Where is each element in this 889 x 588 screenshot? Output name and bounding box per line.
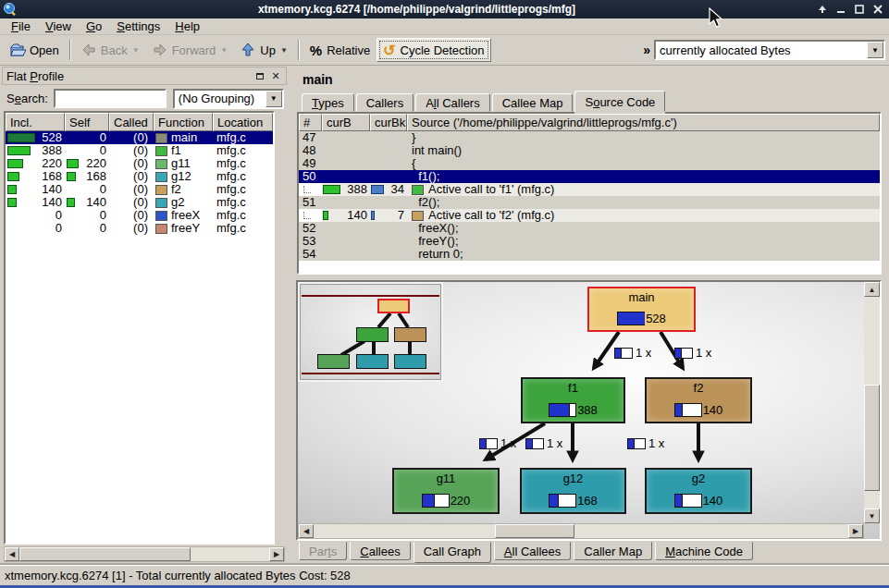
- call-graph-view[interactable]: main 528 f1 388 f2 140 g11 220 g12 168 g…: [296, 280, 882, 541]
- column-header-called[interactable]: Called: [109, 113, 154, 131]
- source-line[interactable]: 47}: [299, 131, 880, 144]
- column-header-incl[interactable]: Incl.: [6, 113, 65, 131]
- scroll-right-icon[interactable]: ▶: [848, 524, 863, 538]
- minimap-node-g12: [356, 354, 389, 369]
- source-line[interactable]: 51 f2();: [299, 196, 880, 209]
- back-dropdown-arrow: ▼: [132, 46, 140, 55]
- tab-caller-map[interactable]: Caller Map: [574, 542, 652, 560]
- graph-node-f1[interactable]: f1 388: [521, 377, 625, 423]
- graph-node-g11[interactable]: g11 220: [392, 468, 500, 514]
- back-button[interactable]: Back ▼: [75, 38, 146, 62]
- column-header-curBk[interactable]: curBk: [370, 114, 407, 131]
- scroll-down-icon[interactable]: ▼: [864, 508, 880, 523]
- graph-node-g2[interactable]: g2 140: [645, 468, 752, 514]
- minimize-button[interactable]: [834, 3, 847, 16]
- table-row-g11[interactable]: 220 220 (0) g11 mfg.c: [6, 157, 273, 170]
- callee-view-tabs: Parts Callees Call Graph All Callees Cal…: [299, 542, 756, 563]
- cycle-detection-button[interactable]: ↺ Cycle Detection: [377, 38, 490, 62]
- forward-button[interactable]: Forward ▼: [146, 38, 235, 62]
- grouping-combobox[interactable]: (No Grouping) ▼: [173, 89, 284, 109]
- table-row-f2[interactable]: 140 0 (0) f2 mfg.c: [6, 183, 273, 196]
- column-header-function[interactable]: Function: [154, 113, 213, 131]
- source-line[interactable]: 54 return 0;: [299, 248, 880, 261]
- scroll-up-icon[interactable]: ▲: [864, 282, 880, 297]
- dock-close-icon[interactable]: ✕: [269, 70, 282, 82]
- relative-toggle-button[interactable]: % Relative: [303, 38, 377, 62]
- tab-types[interactable]: Types: [302, 93, 354, 112]
- tab-source-code[interactable]: Source Code: [574, 91, 665, 112]
- menu-go[interactable]: Go: [79, 18, 109, 34]
- vertical-splitter[interactable]: [289, 67, 296, 566]
- up-arrow-icon: [241, 43, 255, 57]
- graph-node-g12[interactable]: g12 168: [520, 468, 626, 514]
- tab-all-callers[interactable]: All Callers: [415, 93, 490, 112]
- graph-node-f2[interactable]: f2 140: [645, 377, 752, 423]
- scroll-left-icon[interactable]: ◀: [5, 547, 19, 561]
- menu-help[interactable]: Help: [167, 18, 207, 34]
- toolbar-overflow-chevron[interactable]: »: [643, 43, 650, 57]
- up-button[interactable]: Up ▼: [234, 38, 294, 62]
- column-header-source[interactable]: Source ('/home/philippe/valgrind/littlep…: [407, 114, 880, 131]
- source-line[interactable]: 49{: [299, 157, 880, 170]
- graph-overview-minimap[interactable]: [298, 282, 443, 382]
- function-color-swatch: [155, 185, 167, 195]
- table-row-main[interactable]: 528 0 (0) main mfg.c: [6, 131, 273, 144]
- tab-machine-code[interactable]: Machine Code: [655, 542, 753, 560]
- menu-settings[interactable]: Settings: [109, 18, 167, 34]
- combo-dropdown-icon[interactable]: ▼: [867, 42, 883, 58]
- scrollbar-thumb[interactable]: [864, 385, 880, 491]
- function-color-swatch: [155, 159, 167, 169]
- up-dropdown-arrow: ▼: [280, 46, 288, 55]
- shade-button[interactable]: [816, 3, 829, 16]
- menu-file[interactable]: File: [4, 18, 38, 34]
- flat-profile-header: Incl. Self Called Function Location: [6, 113, 273, 131]
- menu-view[interactable]: View: [38, 18, 79, 34]
- scroll-right-icon[interactable]: ▶: [269, 547, 284, 561]
- source-line[interactable]: 53 freeY();: [299, 235, 880, 248]
- scroll-left-icon[interactable]: ◀: [299, 524, 314, 538]
- maximize-button[interactable]: [853, 3, 866, 16]
- column-header-self[interactable]: Self: [65, 113, 109, 131]
- tab-callers[interactable]: Callers: [356, 93, 414, 112]
- function-color-swatch: [412, 185, 424, 195]
- search-input[interactable]: [54, 89, 167, 108]
- source-line-selected[interactable]: 50 f1();: [299, 170, 880, 183]
- source-call-row-f1[interactable]: 388 34 Active call to 'f1' (mfg.c): [299, 183, 880, 196]
- column-header-location[interactable]: Location: [213, 113, 273, 131]
- status-bar: xtmemory.kcg.6274 [1] - Total currently …: [0, 565, 889, 585]
- tab-call-graph[interactable]: Call Graph: [414, 542, 491, 563]
- dock-float-icon[interactable]: [253, 70, 266, 82]
- table-row-freeX[interactable]: 0 0 (0) freeX mfg.c: [6, 209, 273, 222]
- source-line[interactable]: 52 freeX();: [299, 222, 880, 235]
- table-row-g2[interactable]: 140 140 (0) g2 mfg.c: [6, 196, 273, 209]
- function-color-swatch: [155, 146, 167, 156]
- table-row-freeY[interactable]: 0 0 (0) freeY mfg.c: [6, 222, 273, 235]
- column-header-curB[interactable]: curB: [322, 114, 370, 131]
- flat-profile-hscrollbar[interactable]: ◀ ▶: [4, 546, 285, 562]
- combo-dropdown-icon[interactable]: ▼: [265, 91, 282, 107]
- tab-callees[interactable]: Callees: [350, 542, 410, 560]
- app-icon: [3, 2, 18, 17]
- minimap-node-f1: [356, 327, 389, 342]
- cost-bar: [674, 494, 702, 508]
- graph-hscrollbar[interactable]: ◀ ▶: [298, 523, 864, 539]
- close-button[interactable]: [871, 3, 884, 16]
- graph-node-main[interactable]: main 528: [587, 287, 696, 332]
- node-cost: 528: [646, 312, 666, 325]
- tab-all-callees[interactable]: All Callees: [494, 542, 571, 560]
- table-row-g12[interactable]: 168 168 (0) g12 mfg.c: [6, 170, 273, 183]
- column-header-line[interactable]: #: [299, 114, 322, 131]
- graph-vscrollbar[interactable]: ▲ ▼: [864, 282, 880, 523]
- scrollbar-thumb[interactable]: [19, 547, 191, 561]
- source-call-row-f2[interactable]: 140 7 Active call to 'f2' (mfg.c): [299, 209, 880, 222]
- cost-bar: [617, 312, 645, 325]
- minimap-node-f2: [394, 327, 426, 342]
- flat-profile-table: Incl. Self Called Function Location 528 …: [4, 111, 275, 545]
- tab-callee-map[interactable]: Callee Map: [492, 93, 574, 112]
- table-row-f1[interactable]: 388 0 (0) f1 mfg.c: [6, 144, 273, 157]
- open-button[interactable]: Open: [4, 38, 66, 62]
- scrollbar-thumb[interactable]: [495, 524, 574, 538]
- source-line[interactable]: 48int main(): [299, 144, 880, 157]
- event-type-combobox[interactable]: currently allocated Bytes ▼: [654, 40, 885, 60]
- tab-parts[interactable]: Parts: [299, 542, 347, 560]
